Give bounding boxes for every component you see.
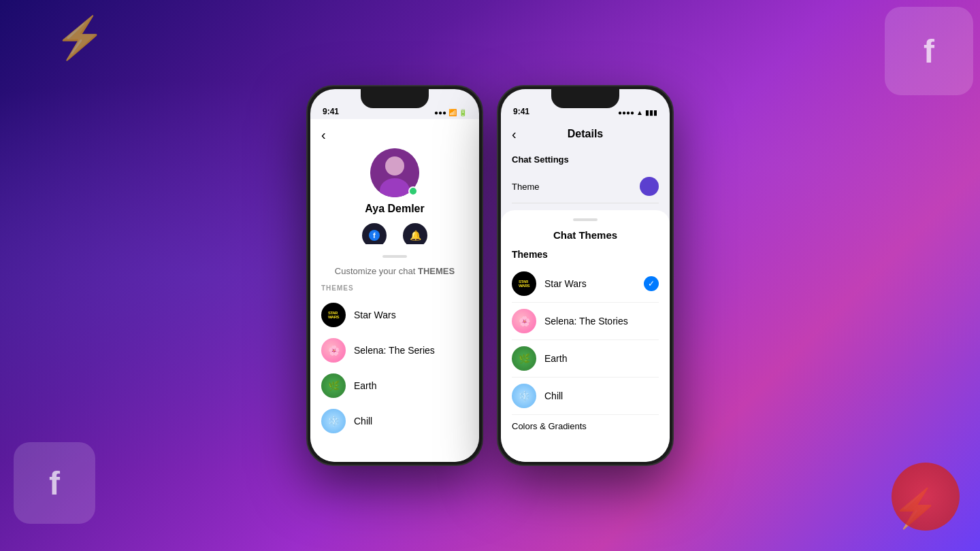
theme-color-indicator xyxy=(640,177,659,196)
left-status-icons: ●●● 📶 🔋 xyxy=(434,109,467,116)
chill-name-left: Chill xyxy=(354,416,372,427)
chill-left: ❄️ Chill xyxy=(512,384,563,408)
left-notch xyxy=(361,89,429,108)
svg-point-1 xyxy=(385,156,404,176)
back-arrow-left[interactable]: ‹ xyxy=(321,127,468,143)
theme-setting[interactable]: Theme xyxy=(512,170,659,203)
theme-setting-label: Theme xyxy=(512,182,539,192)
earth-left: 🌿 Earth xyxy=(512,346,567,371)
right-wifi-icon: ▲ xyxy=(636,109,643,116)
details-title: Details xyxy=(568,128,603,140)
battery-icon: 🔋 xyxy=(459,109,467,116)
svg-text:f: f xyxy=(373,231,376,239)
theme-item-starwars-right[interactable]: STARWARS Star Wars ✓ xyxy=(512,265,659,303)
wifi-icon: 📶 xyxy=(448,109,457,116)
selena-icon-right: 🌸 xyxy=(512,309,536,333)
facebook-icon: f xyxy=(369,230,380,241)
sheet-handle-right xyxy=(573,218,598,221)
chill-icon-left: ❄️ xyxy=(321,409,346,433)
earth-icon-right: 🌿 xyxy=(512,346,536,371)
right-phone-screen: 9:41 ●●●● ▲ ▮▮▮ ‹ Details Chat Settings … xyxy=(501,89,670,462)
starwars-icon-right: STARWARS xyxy=(512,271,536,296)
starwars-name-left: Star Wars xyxy=(354,310,396,320)
starwars-check-icon: ✓ xyxy=(644,276,659,291)
details-header: ‹ Details xyxy=(501,119,670,149)
right-notch xyxy=(551,89,619,108)
right-bottom-sheet: Chat Themes Themes STARWARS Star Wars ✓ … xyxy=(501,210,670,462)
sheet-title-left: Customize your chat THEMES xyxy=(321,266,468,276)
left-phone: 9:41 ●●● 📶 🔋 ‹ xyxy=(306,85,483,466)
fb-icon-bottom-left: f xyxy=(14,442,95,524)
details-back-arrow[interactable]: ‹ xyxy=(512,127,517,142)
theme-item-earth-left[interactable]: 🌿 Earth xyxy=(321,368,468,403)
left-phone-screen: 9:41 ●●● 📶 🔋 ‹ xyxy=(310,89,479,462)
theme-item-chill-left[interactable]: ❄️ Chill xyxy=(321,403,468,439)
phones-container: 9:41 ●●● 📶 🔋 ‹ xyxy=(306,85,674,466)
lightning-icon-tl: ⚡ xyxy=(54,14,105,62)
selena-name-left: Selena: The Series xyxy=(354,345,435,356)
earth-name-left: Earth xyxy=(354,380,376,391)
chill-name-right: Chill xyxy=(544,390,563,401)
selena-name-right: Selena: The Stories xyxy=(544,316,628,327)
themes-section-title-right: Themes xyxy=(512,249,659,260)
chill-icon-right: ❄️ xyxy=(512,384,536,408)
theme-item-starwars-left[interactable]: STARWARS Star Wars xyxy=(321,297,468,333)
sheet-handle-left xyxy=(382,255,407,258)
theme-item-earth-right[interactable]: 🌿 Earth xyxy=(512,340,659,378)
left-status-time: 9:41 xyxy=(323,107,339,116)
theme-item-selena-left[interactable]: 🌸 Selena: The Series xyxy=(321,333,468,368)
right-status-time: 9:41 xyxy=(513,107,529,116)
starwars-name-right: Star Wars xyxy=(544,278,587,289)
selena-icon-left: 🌸 xyxy=(321,338,346,363)
starwars-left: STARWARS Star Wars xyxy=(512,271,587,296)
online-indicator xyxy=(408,186,418,196)
earth-icon-left: 🌿 xyxy=(321,373,346,398)
chat-themes-title: Chat Themes xyxy=(512,229,659,241)
fb-icon-top-right: f xyxy=(885,7,973,95)
starwars-icon-left: STARWARS xyxy=(321,303,346,327)
signal-bars-icon: ●●●● xyxy=(618,109,634,116)
signal-icon: ●●● xyxy=(434,109,446,116)
red-circle-decoration xyxy=(892,463,960,531)
user-name: Aya Demler xyxy=(365,203,424,215)
right-phone: 9:41 ●●●● ▲ ▮▮▮ ‹ Details Chat Settings … xyxy=(497,85,674,466)
themes-section-label: THEMES xyxy=(321,284,468,292)
earth-name-right: Earth xyxy=(544,353,567,364)
avatar-container: Aya Demler f Profile xyxy=(321,148,468,257)
colors-gradients-item[interactable]: Colors & Gradients xyxy=(512,415,659,431)
right-status-icons: ●●●● ▲ ▮▮▮ xyxy=(618,109,657,116)
right-battery-icon: ▮▮▮ xyxy=(645,109,657,116)
chat-settings-title: Chat Settings xyxy=(512,154,659,165)
theme-item-selena-right[interactable]: 🌸 Selena: The Stories xyxy=(512,303,659,340)
selena-left: 🌸 Selena: The Stories xyxy=(512,309,628,333)
left-bottom-sheet: Customize your chat THEMES THEMES STARWA… xyxy=(310,244,479,462)
theme-item-chill-right[interactable]: ❄️ Chill xyxy=(512,378,659,415)
